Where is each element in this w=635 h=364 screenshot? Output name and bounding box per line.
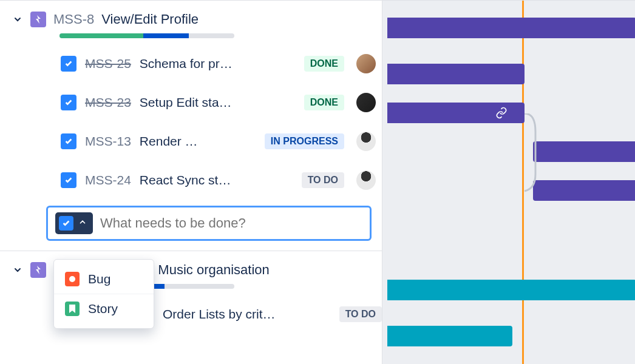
progress-inprogress — [143, 33, 189, 38]
task-icon — [61, 172, 76, 188]
progress-bar — [59, 33, 234, 38]
issue-key[interactable]: MSS-13 — [85, 134, 131, 149]
issue-type-dropdown: Bug Story — [53, 259, 154, 329]
story-icon — [65, 302, 80, 316]
status-badge[interactable]: IN PROGRESS — [265, 133, 344, 149]
issue-title[interactable]: View/Edit Profile — [101, 12, 199, 27]
dropdown-label: Story — [88, 302, 118, 316]
timeline-bar[interactable] — [387, 280, 635, 300]
issues-panel: MSS-8 View/Edit Profile MSS-25 Schema fo… — [0, 0, 382, 364]
issue-title[interactable]: Render … — [140, 134, 256, 149]
issue-title[interactable]: Schema for pr… — [140, 56, 296, 71]
status-badge[interactable]: DONE — [304, 95, 344, 110]
task-icon — [59, 216, 73, 231]
task-icon — [61, 95, 76, 110]
avatar[interactable] — [356, 93, 376, 112]
avatar[interactable] — [356, 170, 376, 190]
issue-title[interactable]: React Sync st… — [140, 173, 293, 187]
issue-key[interactable]: MSS-8 — [53, 12, 94, 27]
issue-key[interactable]: MSS-25 — [85, 56, 131, 71]
task-icon — [61, 133, 76, 149]
dropdown-item-bug[interactable]: Bug — [54, 265, 154, 294]
dependency-line — [521, 113, 545, 198]
issue-row[interactable]: MSS-24 React Sync st… TO DO — [0, 161, 382, 200]
avatar[interactable] — [356, 132, 376, 151]
dropdown-label: Bug — [88, 272, 110, 286]
link-icon[interactable] — [495, 107, 508, 121]
task-icon — [61, 56, 76, 72]
timeline-bar[interactable] — [387, 103, 525, 123]
epic-icon — [30, 12, 46, 27]
timeline-bar[interactable] — [533, 141, 635, 162]
chevron-up-icon — [78, 218, 87, 229]
issue-type-picker[interactable] — [55, 212, 93, 234]
status-badge[interactable]: TO DO — [302, 172, 344, 188]
status-badge[interactable]: DONE — [304, 56, 344, 72]
issue-title[interactable]: Setup Edit sta… — [140, 95, 296, 110]
chevron-down-icon[interactable] — [12, 265, 23, 275]
timeline-panel[interactable] — [382, 0, 635, 364]
timeline-bar[interactable] — [387, 326, 512, 346]
issue-title[interactable]: p Music organisation — [147, 262, 270, 278]
avatar[interactable] — [356, 54, 376, 73]
status-badge[interactable]: TO DO — [339, 306, 382, 322]
dropdown-item-story[interactable]: Story — [54, 294, 154, 323]
issue-row[interactable]: MSS-13 Render … IN PROGRESS — [0, 122, 382, 161]
timeline-bar[interactable] — [533, 180, 635, 201]
issue-row[interactable]: MSS-25 Schema for pr… DONE — [0, 44, 382, 83]
timeline-bar[interactable] — [387, 18, 635, 38]
issue-key[interactable]: MSS-24 — [85, 173, 131, 187]
chevron-down-icon[interactable] — [12, 14, 23, 25]
issue-row[interactable]: MSS-23 Setup Edit sta… DONE — [0, 83, 382, 122]
bug-icon — [65, 272, 80, 286]
epic-icon — [30, 262, 46, 278]
summary-input[interactable] — [100, 215, 362, 231]
epic-row[interactable]: MSS-8 View/Edit Profile — [0, 1, 382, 31]
create-issue-input[interactable] — [46, 206, 372, 241]
issue-key[interactable]: MSS-23 — [85, 95, 131, 110]
timeline-bar[interactable] — [387, 64, 525, 84]
progress-done — [59, 33, 143, 38]
issue-title[interactable]: Order Lists by crit… — [163, 307, 331, 322]
